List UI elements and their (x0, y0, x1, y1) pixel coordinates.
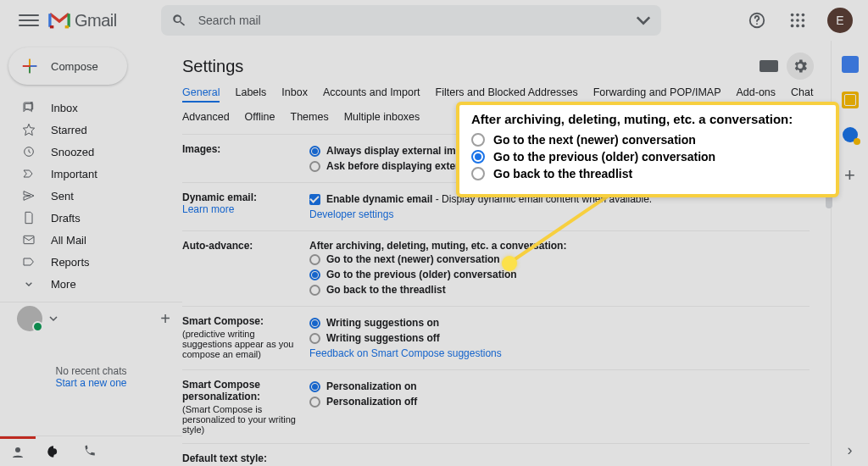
check-dynamic-email[interactable] (309, 194, 320, 205)
star-icon (22, 123, 36, 136)
new-chat-icon[interactable]: + (160, 309, 170, 329)
input-tools-icon[interactable] (760, 60, 778, 72)
sent-icon (22, 189, 36, 202)
svg-point-16 (15, 447, 20, 452)
svg-point-3 (796, 14, 799, 17)
row-text-style: Default text style: (182, 444, 810, 467)
tab-themes[interactable]: Themes (291, 111, 329, 125)
calendar-addon-icon[interactable] (842, 56, 859, 73)
callout-radio-prev (471, 150, 485, 164)
radio-smartcompose-off[interactable] (309, 333, 320, 344)
tasks-addon-icon[interactable] (843, 127, 858, 142)
tab-inbox[interactable]: Inbox (281, 86, 308, 103)
tab-general[interactable]: General (182, 86, 220, 103)
nav-snoozed[interactable]: Snoozed (0, 141, 182, 163)
svg-point-10 (802, 25, 805, 28)
search-placeholder: Search mail (198, 14, 624, 27)
person-icon (10, 445, 25, 460)
radio-images-always[interactable] (309, 146, 320, 157)
nav-important[interactable]: Important (0, 163, 182, 185)
keep-addon-icon[interactable] (842, 92, 859, 108)
nav-inbox[interactable]: Inbox (0, 97, 182, 119)
svg-point-5 (791, 19, 794, 22)
nav-drafts[interactable]: Drafts (0, 207, 182, 229)
phone-icon (81, 444, 97, 459)
mail-icon (22, 233, 36, 247)
tab-filters[interactable]: Filters and Blocked Addresses (436, 86, 578, 103)
tab-addons[interactable]: Add-ons (736, 86, 776, 103)
chat-empty-hint: No recent chats Start a new one (0, 365, 182, 389)
settings-gear-button[interactable] (787, 53, 814, 80)
nav-sent[interactable]: Sent (0, 185, 182, 207)
nav-more[interactable]: More (0, 273, 182, 295)
apps-grid-icon[interactable] (788, 11, 807, 30)
tab-phone[interactable] (71, 436, 107, 467)
tab-hangouts-chat[interactable] (36, 436, 71, 467)
svg-point-8 (791, 25, 794, 28)
tab-advanced[interactable]: Advanced (182, 111, 230, 125)
row-auto-advance: Auto-advance: After archiving, deleting,… (182, 231, 810, 307)
compose-button[interactable]: Compose (8, 47, 127, 85)
search-icon (171, 13, 186, 28)
drafts-icon (22, 211, 36, 225)
gmail-wordmark: Gmail (75, 11, 117, 31)
radio-personalization-on[interactable] (309, 381, 320, 392)
caret-down-icon[interactable] (49, 314, 58, 323)
radio-personalization-off[interactable] (309, 397, 320, 408)
clock-icon (22, 145, 36, 158)
tab-forwarding[interactable]: Forwarding and POP/IMAP (593, 86, 721, 103)
label-icon (22, 255, 36, 269)
hangouts-user-row[interactable]: + (0, 302, 182, 331)
nav-list: Inbox Starred Snoozed Important Sent Dra… (0, 97, 182, 295)
header-bar: Gmail Search mail E (0, 0, 868, 41)
tab-multiple-inboxes[interactable]: Multiple inboxes (344, 111, 420, 125)
svg-point-4 (802, 14, 805, 17)
nav-reports[interactable]: Reports (0, 251, 182, 273)
svg-rect-11 (29, 59, 31, 65)
menu-icon[interactable] (19, 10, 39, 31)
dynamic-learn-more[interactable]: Learn more (182, 203, 234, 215)
hide-rail-icon[interactable]: › (848, 441, 853, 459)
tab-labels[interactable]: Labels (235, 86, 266, 103)
plus-multicolor-icon (20, 57, 39, 75)
tab-accounts[interactable]: Accounts and Import (323, 86, 420, 103)
start-chat-link[interactable]: Start a new one (55, 377, 126, 389)
chat-bubble-icon (46, 444, 61, 459)
developer-settings-link[interactable]: Developer settings (309, 207, 393, 222)
svg-rect-15 (24, 236, 34, 243)
chat-bottom-tabs (0, 435, 182, 466)
get-addons-icon[interactable]: + (844, 164, 855, 186)
user-presence-avatar (17, 306, 42, 331)
svg-point-6 (796, 19, 799, 22)
radio-smartcompose-on[interactable] (309, 318, 320, 329)
help-icon[interactable] (748, 11, 766, 30)
row-smart-compose: Smart Compose:(predictive writing sugges… (182, 307, 810, 370)
callout-radio-next (471, 133, 485, 147)
svg-point-1 (756, 23, 758, 25)
settings-title: Settings (182, 57, 243, 76)
smartcompose-feedback-link[interactable]: Feedback on Smart Compose suggestions (309, 346, 502, 361)
nav-starred[interactable]: Starred (0, 119, 182, 141)
nav-allmail[interactable]: All Mail (0, 229, 182, 251)
tab-chat[interactable]: Chat (791, 86, 813, 103)
gear-icon (792, 58, 809, 75)
svg-rect-13 (29, 67, 31, 73)
account-avatar[interactable]: E (827, 8, 853, 33)
tab-offline[interactable]: Offline (245, 111, 275, 125)
svg-rect-12 (31, 65, 36, 67)
caret-down-icon[interactable] (636, 13, 651, 28)
svg-point-9 (796, 25, 799, 28)
radio-autoadvance-prev[interactable] (309, 269, 320, 280)
annotation-callout: After archiving, deleting, muting, etc. … (456, 102, 839, 197)
compose-label: Compose (51, 60, 98, 73)
important-icon (22, 167, 36, 180)
sidebar: Compose Inbox Starred Snoozed Important … (0, 41, 182, 466)
radio-autoadvance-next[interactable] (309, 254, 320, 265)
search-bar[interactable]: Search mail (161, 5, 661, 36)
inbox-icon (22, 101, 36, 114)
tab-hangouts[interactable] (0, 436, 36, 467)
svg-point-7 (802, 19, 805, 22)
gmail-logo[interactable]: Gmail (47, 11, 117, 31)
radio-images-ask[interactable] (309, 161, 320, 172)
radio-autoadvance-threadlist[interactable] (309, 285, 320, 296)
